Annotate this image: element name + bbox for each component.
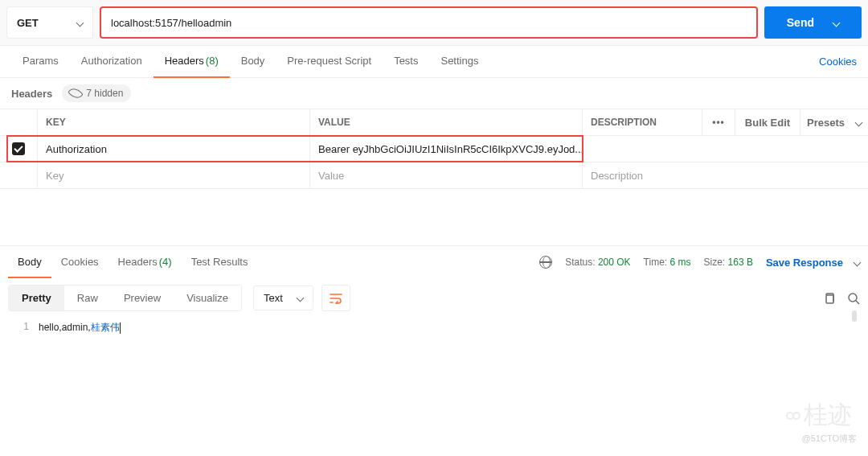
copy-icon[interactable] (823, 292, 836, 305)
chevron-down-icon (855, 118, 863, 126)
eye-icon (70, 89, 81, 97)
view-raw-button[interactable]: Raw (64, 286, 111, 310)
scrollbar[interactable] (852, 310, 857, 322)
code-line: hello,admin,桂素伟 (39, 321, 868, 335)
line-number: 1 (0, 321, 39, 335)
row-checkbox[interactable] (12, 142, 25, 155)
wrap-icon (330, 293, 342, 304)
response-body[interactable]: 1 hello,admin,桂素伟 (0, 318, 868, 338)
response-tabs: Body Cookies Headers(4) Test Results Sta… (0, 246, 868, 278)
wrap-lines-button[interactable] (321, 285, 350, 311)
table-row[interactable]: Authorization Bearer eyJhbGciOiJIUzI1NiI… (0, 136, 868, 162)
presets-dropdown[interactable]: Presets (800, 117, 868, 129)
headers-title: Headers (11, 88, 52, 100)
tab-tests[interactable]: Tests (383, 46, 429, 78)
cookies-link[interactable]: Cookies (819, 55, 857, 68)
send-button[interactable]: Send (764, 6, 862, 39)
headers-table: KEY VALUE DESCRIPTION ••• Bulk Edit Pres… (0, 109, 868, 189)
tab-params[interactable]: Params (11, 46, 70, 78)
url-input[interactable] (111, 17, 747, 29)
resp-tab-tests[interactable]: Test Results (182, 246, 258, 278)
resp-tab-headers[interactable]: Headers(4) (108, 246, 182, 278)
header-key-placeholder[interactable]: Key (38, 170, 309, 182)
bulk-edit-button[interactable]: Bulk Edit (735, 117, 800, 129)
chevron-down-icon (76, 18, 84, 27)
header-key-cell[interactable]: Authorization (38, 143, 309, 155)
http-method-value: GET (17, 17, 71, 29)
view-mode-buttons: Pretty Raw Preview Visualize (8, 285, 242, 311)
request-tabs: Params Authorization Headers(8) Body Pre… (0, 46, 868, 78)
col-header-value: VALUE (310, 117, 582, 128)
send-button-label: Send (787, 16, 814, 29)
chevron-down-icon (296, 294, 304, 302)
url-input-wrapper (100, 6, 758, 39)
header-value-cell[interactable]: Bearer eyJhbGciOiJIUzI1NiIsInR5cCI6IkpXV… (310, 143, 582, 155)
tab-headers[interactable]: Headers(8) (154, 46, 230, 78)
col-header-desc: DESCRIPTION (583, 117, 702, 128)
view-pretty-button[interactable]: Pretty (9, 286, 64, 310)
watermark-sub: @51CTO博客 (802, 433, 857, 445)
headers-subhead: Headers 7 hidden (0, 78, 868, 109)
watermark: 桂迹 (786, 399, 852, 432)
table-row-new[interactable]: Key Value Description (0, 162, 868, 189)
svg-rect-0 (826, 295, 833, 303)
view-preview-button[interactable]: Preview (111, 286, 174, 310)
view-visualize-button[interactable]: Visualize (174, 286, 241, 310)
header-value-placeholder[interactable]: Value (310, 170, 582, 182)
search-icon[interactable] (847, 292, 860, 305)
resp-tab-body[interactable]: Body (8, 246, 51, 278)
svg-point-1 (849, 294, 857, 302)
tab-authorization[interactable]: Authorization (70, 46, 154, 78)
table-header-row: KEY VALUE DESCRIPTION ••• Bulk Edit Pres… (0, 109, 868, 136)
col-header-key: KEY (38, 117, 309, 128)
chevron-down-icon (833, 18, 841, 27)
globe-icon[interactable] (539, 256, 552, 269)
chevron-down-icon (854, 258, 862, 266)
format-select[interactable]: Text (253, 286, 313, 310)
more-actions-button[interactable]: ••• (702, 117, 735, 128)
tab-body[interactable]: Body (230, 46, 276, 78)
resp-tab-cookies[interactable]: Cookies (51, 246, 108, 278)
response-meta: Status: 200 OK Time: 6 ms Size: 163 B Sa… (539, 256, 860, 269)
header-desc-placeholder[interactable]: Description (583, 170, 868, 182)
save-response-button[interactable]: Save Response (766, 257, 860, 269)
http-method-select[interactable]: GET (6, 6, 93, 39)
response-toolbar: Pretty Raw Preview Visualize Text (0, 278, 868, 318)
hidden-toggle[interactable]: 7 hidden (62, 84, 131, 102)
request-bar: GET Send (0, 0, 868, 46)
response-panel: Body Cookies Headers(4) Test Results Sta… (0, 245, 868, 338)
tab-prerequest[interactable]: Pre-request Script (276, 46, 383, 78)
tab-settings[interactable]: Settings (429, 46, 489, 78)
